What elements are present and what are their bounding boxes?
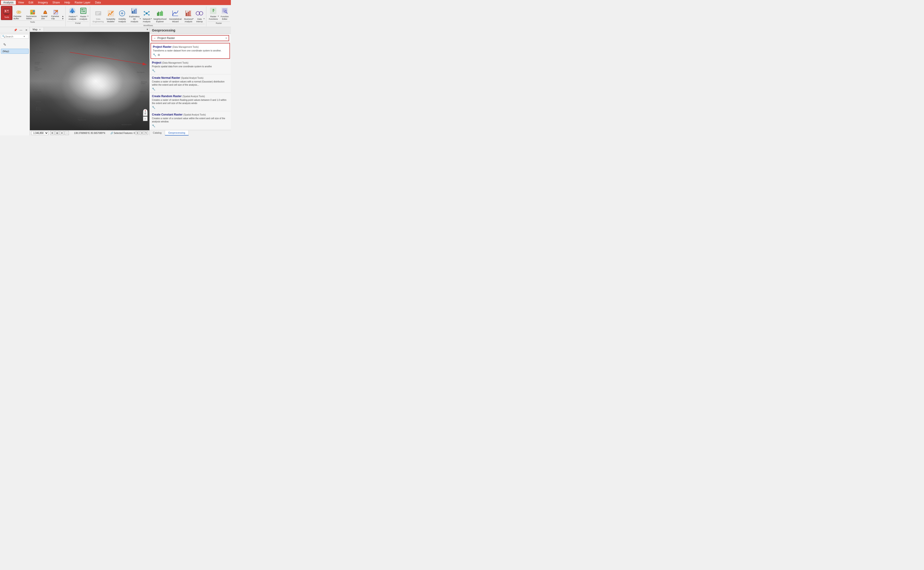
visibility-analysis-button[interactable]: VisibilityAnalysis: [117, 9, 127, 24]
left-panel-search-input[interactable]: [5, 35, 24, 38]
feature-analysis-button[interactable]: FeatureAnalysis: [67, 6, 78, 21]
map-label-13: Kawachi: [140, 91, 146, 93]
map-pause-button[interactable]: ⏸: [140, 131, 144, 135]
left-panel-close-button[interactable]: ✕: [24, 28, 29, 32]
geoprocessing-tab[interactable]: Geoprocessing: [165, 130, 189, 135]
business-analysis-button[interactable]: BusinessAnalysis: [183, 9, 194, 24]
exploratory-3d-analysis-button[interactable]: Exploratory3D Analysis: [128, 6, 141, 23]
map-label-17: Otsno Pass: [139, 99, 147, 101]
data-interop-button[interactable]: DataInterop: [194, 9, 205, 24]
raster-analysis-button[interactable]: RasterAnalysis: [78, 6, 89, 21]
map-table-button[interactable]: ▤: [55, 131, 59, 135]
svg-rect-55: [157, 13, 159, 16]
panel-item-map[interactable]: (Map): [1, 49, 29, 54]
pairwise-buffer-button[interactable]: Pairwise Buffer: [13, 9, 25, 20]
map-tab[interactable]: Map ✕: [30, 27, 44, 31]
map-background: [30, 32, 150, 130]
map-label-5: 適志村: [139, 44, 144, 46]
tool-icon-6[interactable]: 🔧: [152, 124, 155, 127]
result-create-constant-raster[interactable]: Create Constant Raster (Spatial Analyst …: [150, 111, 231, 130]
menu-tab-edit[interactable]: Edit: [26, 0, 35, 5]
map-refresh-button[interactable]: ↻: [144, 131, 148, 135]
pairwise-clip-button[interactable]: Pairwise Clip: [50, 9, 61, 20]
map-area: Map ✕ ▾ 赤石 Doshi-Mi... 中央市 Chuo-Line 適志村…: [30, 27, 150, 135]
function-editor-button[interactable]: FunctionEditor: [219, 6, 230, 21]
result-constant-raster-desc: Creates a raster of a constant value wit…: [152, 117, 229, 123]
tool-icon-1[interactable]: 🔧: [153, 53, 156, 57]
data-engineering-label: DataEngineering: [93, 18, 104, 23]
result-create-random-raster[interactable]: Create Random Raster (Spatial Analyst To…: [150, 93, 231, 111]
search-back-button[interactable]: ←: [153, 36, 157, 40]
ribbon-group-tools: Tools Pairwise Buffer: [1, 6, 64, 27]
geoprocessing-search-input[interactable]: [157, 37, 225, 40]
svg-rect-4: [5, 14, 9, 14]
left-panel: 📌 — ✕ 🔍 ▾ ✎ (Map): [0, 27, 30, 135]
menu-tab-analysis[interactable]: Analysis: [1, 0, 16, 5]
drawing-tool-icon[interactable]: ✎: [2, 41, 8, 48]
menu-tab-view[interactable]: View: [16, 0, 26, 5]
left-panel-content: ✎ (Map): [0, 40, 30, 135]
result-normal-raster-header: Create Normal Raster (Spatial Analyst To…: [152, 76, 229, 80]
geostatistical-wizard-button[interactable]: GeostatisticalWizard: [168, 9, 183, 24]
scale-selector[interactable]: 1:346,858: [31, 131, 49, 135]
svg-marker-57: [158, 11, 159, 13]
tools-icon: [3, 7, 11, 15]
menu-tab-share[interactable]: Share: [50, 0, 62, 5]
visibility-analysis-label: VisibilityAnalysis: [118, 18, 126, 23]
ribbon-group-raster: f x RasterFunctions: [208, 6, 230, 27]
svg-rect-76: [222, 11, 226, 12]
tool-icon-2[interactable]: ⊞: [158, 53, 160, 57]
result-random-raster-header: Create Random Raster (Spatial Analyst To…: [152, 95, 229, 98]
svg-point-8: [19, 11, 20, 13]
map-canvas[interactable]: 赤石 Doshi-Mi... 中央市 Chuo-Line 適志村 Jukkokr…: [30, 32, 150, 130]
menu-tab-imagery[interactable]: Imagery: [35, 0, 50, 5]
summarize-within-button[interactable]: Summarize Within: [26, 9, 40, 20]
menu-tab-raster-layer[interactable]: Raster Layer: [72, 0, 93, 5]
map-export-button[interactable]: ⧉: [136, 131, 139, 135]
menu-tab-help[interactable]: Help: [62, 0, 73, 5]
map-label-6: JukkokrOnsen: [35, 61, 40, 65]
spatial-join-icon: [42, 9, 48, 15]
summarize-within-icon: [30, 9, 35, 15]
suitability-modeler-button[interactable]: SuitabilityModeler: [105, 9, 116, 24]
svg-rect-13: [33, 12, 35, 14]
map-zoom-out[interactable]: −: [143, 116, 148, 121]
network-analysis-label: NetworkAnalysis: [143, 18, 151, 23]
map-label-12: AkiZawaOnsen: [141, 81, 147, 84]
left-panel-search-icon: 🔍: [2, 35, 5, 38]
raster-functions-icon: f x: [209, 7, 217, 15]
menu-tab-data[interactable]: Data: [93, 0, 103, 5]
result-project-raster-icons: 🔧 ⊞: [153, 53, 228, 57]
map-zoom-button[interactable]: ⊕: [60, 131, 64, 135]
tools-button[interactable]: Tools: [1, 6, 12, 20]
data-engineering-button[interactable]: DataEngineering: [92, 9, 105, 24]
svg-rect-27: [81, 11, 83, 12]
tool-icon-3[interactable]: 🔧: [152, 69, 155, 72]
search-results: Project Raster (Data Management Tools) T…: [150, 43, 231, 130]
tool-icon-5[interactable]: 🔧: [152, 106, 155, 109]
spatial-join-button[interactable]: Spatial Join: [40, 9, 50, 20]
result-random-raster-icons: 🔧: [152, 106, 229, 109]
tool-icon-4[interactable]: 🔧: [152, 87, 155, 91]
result-project[interactable]: Project (Data Management Tools) Projects…: [150, 59, 231, 74]
neighborhood-explorer-label: NeighborhoodExplorer: [154, 18, 166, 23]
result-constant-raster-header: Create Constant Raster (Spatial Analyst …: [152, 113, 229, 116]
map-tab-dropdown[interactable]: ▾: [145, 27, 150, 32]
left-panel-pin-button[interactable]: 📌: [13, 28, 18, 32]
neighborhood-explorer-button[interactable]: NeighborhoodExplorer: [153, 9, 168, 24]
network-analysis-button[interactable]: NetworkAnalysis: [141, 9, 152, 24]
raster-functions-button[interactable]: f x RasterFunctions: [208, 6, 219, 21]
map-grid-button[interactable]: ⊞: [50, 131, 54, 135]
map-tab-close[interactable]: ✕: [39, 29, 41, 31]
result-project-raster[interactable]: Project Raster (Data Management Tools) T…: [151, 43, 230, 59]
search-clear-button[interactable]: ×: [225, 36, 227, 40]
svg-text:f: f: [212, 8, 214, 13]
tools-group-collapse[interactable]: ▲▼: [61, 15, 64, 20]
result-create-normal-raster[interactable]: Create Normal Raster (Spatial Analyst To…: [150, 74, 231, 93]
catalog-tab[interactable]: Catalog: [150, 130, 165, 135]
left-panel-search-dropdown[interactable]: ▾: [24, 35, 25, 38]
left-panel-minimize-button[interactable]: —: [18, 28, 23, 32]
result-normal-raster-icons: 🔧: [152, 87, 229, 91]
map-nav-button[interactable]: →: [65, 131, 69, 135]
svg-rect-31: [96, 13, 99, 14]
